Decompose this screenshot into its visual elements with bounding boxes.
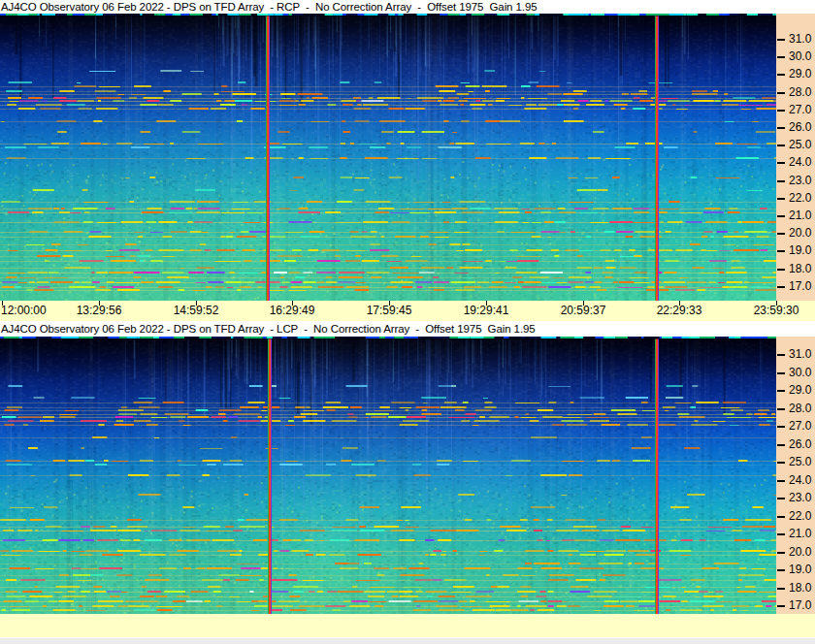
freq-tick	[777, 162, 785, 164]
freq-tick-label: 24.0	[789, 156, 811, 169]
freq-tick	[777, 372, 785, 374]
freq-tick	[777, 145, 785, 146]
freq-tick-label: 20.0	[789, 546, 811, 559]
freq-tick	[777, 74, 785, 76]
freq-tick-label: 29.0	[789, 68, 811, 80]
freq-tick-label: 28.0	[789, 86, 811, 99]
freq-tick-label: 18.0	[789, 263, 811, 275]
freq-tick-label: 23.0	[789, 492, 811, 504]
freq-tick	[777, 56, 785, 58]
time-tick-label: 12:00:00	[1, 305, 47, 317]
time-axis-lcp-empty	[0, 614, 815, 637]
time-tick-label: 13:29:56	[77, 305, 122, 317]
freq-tick-label: 17.0	[789, 599, 811, 612]
panel-rcp-titlebar: AJ4CO Observatory 06 Feb 2022 - DPS on T…	[0, 0, 815, 14]
time-tick-label: 14:59:52	[174, 305, 219, 317]
freq-tick	[777, 127, 785, 129]
freq-tick	[777, 588, 785, 590]
freq-tick-label: 22.0	[789, 510, 811, 523]
freq-tick	[777, 233, 785, 235]
freq-tick	[777, 552, 785, 554]
freq-tick	[777, 462, 785, 464]
freq-tick-label: 18.0	[789, 582, 811, 595]
freq-tick-label: 25.0	[789, 456, 811, 468]
freq-tick-label: 31.0	[789, 348, 811, 361]
freq-tick	[777, 426, 785, 428]
freq-tick-label: 19.0	[789, 244, 811, 257]
spectrogram-lcp-canvas[interactable]	[0, 337, 776, 614]
freq-tick-label: 29.0	[789, 384, 811, 397]
freq-tick	[777, 354, 785, 356]
spectrogram-rcp-canvas[interactable]	[0, 14, 776, 301]
freq-tick-label: 28.0	[789, 402, 811, 415]
freq-tick	[777, 444, 785, 446]
freq-tick-label: 23.0	[789, 175, 811, 187]
freq-tick-label: 31.0	[789, 33, 811, 46]
spectrograph-window: AJ4CO Observatory 06 Feb 2022 - DPS on T…	[0, 0, 815, 644]
freq-tick	[777, 408, 785, 410]
freq-tick-label: 17.0	[789, 280, 811, 293]
freq-tick	[777, 110, 785, 112]
panel-lcp-titlebar: AJ4CO Observatory 06 Feb 2022 - DPS on T…	[0, 321, 815, 337]
freq-tick	[777, 480, 785, 482]
freq-tick	[777, 569, 785, 571]
freq-tick-label: 27.0	[789, 104, 811, 116]
freq-tick	[777, 269, 785, 271]
freq-tick	[777, 198, 785, 200]
freq-tick	[777, 605, 785, 607]
freq-tick	[777, 498, 785, 499]
freq-tick-label: 26.0	[789, 121, 811, 134]
freq-tick-label: 21.0	[789, 528, 811, 540]
freq-tick	[777, 39, 785, 41]
freq-tick-label: 20.0	[789, 227, 811, 240]
freq-tick-label: 30.0	[789, 367, 811, 379]
freq-tick	[777, 533, 785, 535]
freq-tick	[777, 286, 785, 288]
freq-tick-label: 22.0	[789, 192, 811, 205]
freq-tick	[777, 92, 785, 94]
time-tick-label: 22:29:33	[657, 305, 702, 317]
freq-tick	[777, 180, 785, 182]
time-axis-rcp: 12:00:0013:29:5614:59:5216:29:4917:59:45…	[0, 301, 815, 321]
freq-tick-label: 30.0	[789, 50, 811, 63]
freq-tick-label: 25.0	[789, 139, 811, 151]
time-tick-label: 19:29:41	[464, 305, 509, 317]
freq-tick-label: 26.0	[789, 438, 811, 451]
bottom-strip	[0, 637, 815, 644]
freq-tick	[777, 250, 785, 252]
freq-tick-label: 19.0	[789, 564, 811, 576]
time-tick-label: 17:59:45	[367, 305, 412, 317]
freq-tick	[777, 516, 785, 518]
time-tick-label: 16:29:49	[270, 305, 315, 317]
freq-tick-label: 24.0	[789, 474, 811, 487]
freq-tick	[777, 390, 785, 392]
time-tick-label: 23:59:30	[754, 305, 799, 317]
freq-tick-label: 27.0	[789, 420, 811, 433]
freq-tick-label: 21.0	[789, 209, 811, 222]
freq-tick	[777, 215, 785, 217]
time-tick-label: 20:59:37	[561, 305, 606, 317]
